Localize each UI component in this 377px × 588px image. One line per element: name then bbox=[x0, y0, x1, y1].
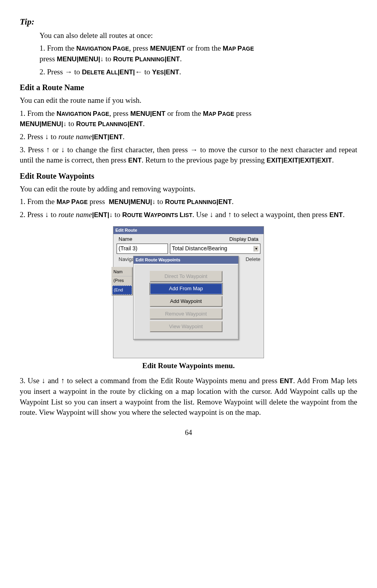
tip-heading: Tip: bbox=[20, 16, 357, 28]
arrow-up-icon: ↑ bbox=[46, 146, 50, 154]
period: . bbox=[332, 156, 334, 164]
key-ent: ENT bbox=[128, 157, 141, 164]
t: N bbox=[57, 110, 61, 117]
waypoints-intro: You can edit the route by adding and rem… bbox=[20, 184, 357, 195]
arrow-down-icon: ↓ bbox=[45, 210, 49, 219]
t: LL bbox=[111, 69, 118, 76]
t: AYPOINTS bbox=[150, 212, 179, 218]
list-item[interactable]: Nam bbox=[112, 268, 132, 276]
chevron-down-icon[interactable]: ▾ bbox=[254, 246, 258, 251]
page-number: 64 bbox=[20, 428, 357, 438]
key-ent: ENT bbox=[166, 55, 180, 63]
add-waypoint-button[interactable]: Add Waypoint bbox=[150, 296, 222, 307]
key-ent: ENT bbox=[166, 68, 179, 76]
t: P bbox=[113, 45, 117, 52]
arrow-down-icon: ↓ bbox=[109, 211, 113, 219]
arrow-left-icon: ← bbox=[135, 68, 142, 76]
t: AGE bbox=[76, 199, 88, 205]
text: 1. From the bbox=[40, 44, 76, 52]
t: . Return to the previous page by pressin… bbox=[141, 156, 266, 164]
key-menu: MENU bbox=[20, 120, 40, 128]
list-item[interactable]: (Pres bbox=[112, 276, 132, 285]
waypoints-step1: 1. From the MAP PAGE press MENU|MENU|↓ t… bbox=[20, 197, 357, 207]
t: or from the bbox=[187, 44, 222, 52]
display-data-label: Display Data bbox=[229, 236, 258, 243]
t: or bbox=[50, 146, 61, 154]
arrow-down-icon: ↓ bbox=[45, 132, 49, 141]
edit-route-waypoints-dialog: Edit Route Waypoints Direct To Waypoint … bbox=[133, 256, 239, 340]
t: P bbox=[187, 198, 191, 206]
t: to bbox=[157, 197, 165, 206]
name-label: Name bbox=[119, 236, 132, 243]
key-menu: MENU bbox=[130, 198, 150, 206]
key-exit: EXIT bbox=[317, 157, 332, 164]
t: Y bbox=[152, 68, 156, 76]
key-menu: MENU bbox=[57, 55, 77, 63]
t: AGE bbox=[97, 111, 109, 117]
edit-name-step3: 3. Press ↑ or ↓ to change the first char… bbox=[20, 145, 357, 166]
tip-step-2: 2. Press → to DELETE ALL|ENT|← to YES|EN… bbox=[40, 67, 357, 78]
route-name-italic: route name bbox=[58, 132, 92, 141]
key-menu: MENU bbox=[130, 110, 150, 117]
waypoints-step2: 2. Press ↓ to route name|ENT|↓ to ROUTE … bbox=[20, 210, 357, 220]
edit-name-step2: 2. Press ↓ to route name|ENT|ENT. bbox=[20, 132, 357, 142]
t: OUTE bbox=[118, 56, 135, 62]
t: 2. Press bbox=[20, 210, 45, 219]
key-ent: ENT bbox=[152, 110, 166, 117]
t: 2. Press bbox=[20, 132, 45, 141]
figure-caption: Edit Route Waypoints menu. bbox=[20, 361, 357, 371]
t: R bbox=[113, 55, 118, 63]
t: P bbox=[238, 45, 242, 52]
period: . bbox=[343, 210, 345, 219]
t: M bbox=[57, 198, 62, 206]
period: . bbox=[180, 55, 182, 63]
t: AP bbox=[62, 199, 71, 205]
t: AVIGATION bbox=[61, 111, 93, 117]
t: P bbox=[93, 110, 97, 117]
key-ent: ENT bbox=[280, 377, 293, 385]
t: M bbox=[203, 110, 209, 117]
arrow-down-icon: ↓ bbox=[61, 146, 65, 154]
view-waypoint-button[interactable]: View Waypoint bbox=[150, 321, 222, 332]
arrow-down-icon: ↓ bbox=[210, 210, 214, 219]
t: P bbox=[218, 110, 222, 117]
t: to select a command from the Edit Route … bbox=[65, 376, 280, 385]
t: 1. From the bbox=[20, 109, 57, 117]
t: IST bbox=[184, 212, 192, 218]
t: R bbox=[76, 120, 81, 128]
t: AGE bbox=[242, 45, 254, 52]
waypoint-list-panel: Nam (Pres (End bbox=[111, 267, 133, 295]
t: to bbox=[142, 68, 152, 76]
display-data-dropdown[interactable]: Total Distance/Bearing ▾ bbox=[170, 244, 260, 254]
t: to change the first character, then pres… bbox=[65, 146, 190, 154]
period: . bbox=[179, 68, 181, 76]
arrow-down-icon: ↓ bbox=[100, 55, 104, 63]
t: P bbox=[135, 55, 139, 63]
key-exit: EXIT bbox=[266, 157, 281, 164]
t: press bbox=[236, 109, 251, 117]
t: 3. Use bbox=[20, 376, 42, 385]
remove-waypoint-button[interactable]: Remove Waypoint bbox=[150, 308, 222, 320]
period: . bbox=[232, 197, 234, 206]
inner-dialog-titlebar: Edit Route Waypoints bbox=[134, 256, 238, 264]
t: AP bbox=[209, 111, 218, 117]
dialog-titlebar: Edit Route bbox=[113, 227, 264, 234]
list-item-selected[interactable]: (End bbox=[112, 285, 132, 295]
period: . bbox=[143, 119, 145, 128]
t: M bbox=[223, 45, 228, 52]
t: 2. Press bbox=[40, 68, 65, 76]
t: or from the bbox=[167, 109, 203, 117]
t: AVIGATION bbox=[81, 45, 113, 52]
arrow-right-icon: → bbox=[65, 68, 72, 76]
t: P bbox=[71, 198, 75, 206]
t: AP bbox=[228, 45, 238, 52]
t: R bbox=[122, 211, 127, 219]
t: , press bbox=[129, 44, 150, 52]
tip-intro: You can also delete all routes at once: bbox=[40, 30, 357, 41]
route-name-input[interactable]: (Trail 3) bbox=[117, 244, 168, 254]
key-ent: ENT bbox=[329, 211, 343, 219]
add-from-map-button[interactable]: Add From Map bbox=[150, 284, 222, 294]
direct-to-waypoint-button[interactable]: Direct To Waypoint bbox=[150, 271, 222, 282]
t: 3. Press bbox=[20, 146, 46, 154]
t: N bbox=[76, 45, 81, 52]
